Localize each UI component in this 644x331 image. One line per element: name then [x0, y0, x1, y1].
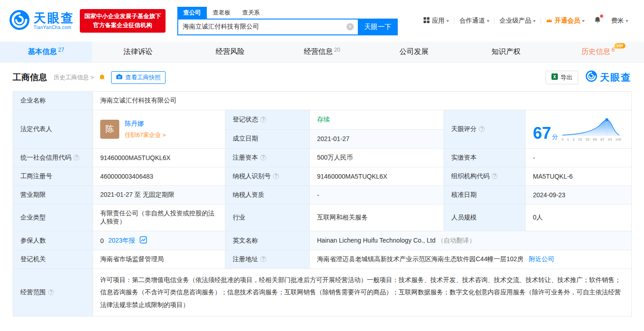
- help-icon[interactable]: ?: [492, 173, 498, 179]
- tab-business-info[interactable]: 经营信息 20: [276, 42, 368, 62]
- organization-code-value: MA5TUQKL-6: [526, 167, 632, 186]
- snapshot-button-label: 查看工商快照: [125, 73, 161, 82]
- nav-open-vip[interactable]: 开通会员 ▾: [541, 17, 590, 25]
- business-scope-value: 许可项目：第二类增值电信业务（依法须经批准的项目，经相关部门批准后方可开展经营活…: [93, 269, 632, 316]
- camera-icon: [116, 74, 122, 81]
- annual-report-link[interactable]: 2023年报: [108, 237, 135, 245]
- search-type-tabs: 查公司 查老板 查关系: [177, 7, 398, 19]
- registration-number-label: 工商注册号: [13, 167, 93, 186]
- search-button-label: 天眼一下: [364, 23, 391, 31]
- established-date-value: 2021-01-27: [310, 129, 444, 149]
- tab-intellectual-property[interactable]: 知识产权: [460, 42, 552, 62]
- nav-apps-label: 应用: [432, 17, 444, 25]
- taxpayer-quality-value: -: [310, 186, 444, 204]
- search-input[interactable]: [177, 19, 358, 35]
- tab-label: 知识产权: [492, 47, 521, 57]
- business-registration-table: 企业名称 海南立诚汇付科技有限公司 法定代表人 陈 陈丹娜 任职67家企业 > …: [13, 91, 632, 316]
- nav-partner-channel[interactable]: 合作通道 ▾: [454, 17, 494, 25]
- nearby-companies-link[interactable]: 附近公司: [529, 255, 554, 263]
- business-term-value: 2021-01-27 至 无固定期限: [93, 186, 225, 204]
- tab-count: 20: [334, 47, 340, 53]
- logo-domain: TianYanCha.com: [34, 25, 74, 30]
- search-area: 查公司 查老板 查关系 × 天眼一下: [177, 7, 398, 35]
- company-name-label: 企业名称: [13, 92, 93, 110]
- tianyan-score-label: 天眼评分?: [444, 110, 526, 149]
- search-tab-company[interactable]: 查公司: [177, 7, 207, 19]
- organization-code-label: 组织机构代码?: [444, 167, 526, 186]
- crown-icon: [546, 17, 552, 24]
- registration-status-value: 存续: [310, 110, 444, 130]
- score-axis-ticks: 0131535658793100: [561, 137, 621, 141]
- tianyancha-logo[interactable]: 天眼查 TianYanCha.com: [9, 10, 74, 32]
- section-title: 工商信息: [13, 72, 47, 83]
- staff-size-value: 0人: [526, 204, 632, 231]
- registered-address-label: 注册地址?: [225, 250, 310, 269]
- notifications-bell-icon[interactable]: [589, 16, 606, 25]
- tab-label: 公司发展: [400, 47, 429, 57]
- clear-search-icon[interactable]: ×: [346, 23, 354, 30]
- industry-label: 行业: [225, 204, 310, 231]
- vip-badge: VIP: [615, 43, 626, 49]
- help-icon[interactable]: ?: [260, 155, 266, 161]
- registration-authority-value: 海南省市场监督管理局: [93, 250, 225, 269]
- tab-legal-proceedings[interactable]: 法律诉讼: [92, 42, 184, 62]
- help-icon[interactable]: ?: [48, 289, 54, 295]
- help-icon[interactable]: ?: [73, 155, 79, 161]
- chevron-down-icon: ▾: [447, 19, 449, 23]
- tab-history-info[interactable]: 历史信息 6 VIP: [552, 42, 644, 62]
- business-term-label: 营业期限: [13, 186, 93, 204]
- help-icon[interactable]: ?: [260, 117, 266, 122]
- company-type-value: 有限责任公司（非自然人投资或控股的法人独资）: [93, 204, 225, 231]
- legal-rep-avatar[interactable]: 陈: [100, 120, 119, 139]
- monitor-bell-icon[interactable]: [98, 74, 106, 81]
- nav-user-menu[interactable]: 费米 ▾: [606, 17, 633, 25]
- nav-apps[interactable]: 应用 ▾: [419, 17, 454, 25]
- nav-vip-label: 开通会员: [555, 17, 580, 25]
- legal-rep-name-link[interactable]: 陈丹娜: [125, 120, 166, 128]
- tianyan-score-value: 67分 0131535658793100: [526, 110, 632, 149]
- auto-translate-note: （自动翻译）: [437, 237, 475, 244]
- tab-label: 法律诉讼: [123, 47, 152, 57]
- government-credential-badge: 国家中小企业发展子基金旗下 官方备案企业征信机构: [80, 9, 166, 33]
- taxpayer-id-value: 91460000MA5TUQKL6X: [310, 167, 444, 186]
- view-business-snapshot-button[interactable]: 查看工商快照: [111, 71, 166, 84]
- help-icon[interactable]: ?: [273, 173, 279, 179]
- registration-authority-label: 登记机关: [13, 250, 93, 269]
- tab-count: 27: [58, 47, 64, 53]
- chevron-down-icon: ▾: [582, 19, 585, 23]
- top-navigation: 应用 ▾ 合作通道 ▾ 企业级产品 ▾ 开通会员 ▾ 费米 ▾: [419, 16, 633, 25]
- nav-enterprise-label: 企业级产品: [499, 17, 531, 25]
- legal-rep-positions-link[interactable]: 任职67家企业 >: [125, 131, 166, 139]
- tab-operating-risk[interactable]: 经营风险: [184, 42, 276, 62]
- search-tab-boss[interactable]: 查老板: [207, 7, 236, 19]
- tianyancha-swirl-icon: [9, 10, 30, 32]
- legal-representative-value: 陈 陈丹娜 任职67家企业 >: [93, 110, 225, 149]
- top-header: 天眼查 TianYanCha.com 国家中小企业发展子基金旗下 官方备案企业征…: [0, 0, 644, 42]
- company-section-tabs: 基本信息 27 法律诉讼 经营风险 经营信息 20 公司发展 知识产权 历史信息…: [0, 42, 644, 63]
- registered-capital-label: 注册资本?: [225, 149, 310, 167]
- history-business-info-link[interactable]: 历史工商信息 >: [54, 73, 94, 82]
- nav-enterprise-products[interactable]: 企业级产品 ▾: [494, 17, 541, 25]
- help-icon[interactable]: ?: [479, 126, 485, 132]
- search-tab-relation[interactable]: 查关系: [236, 7, 266, 19]
- help-icon[interactable]: ?: [260, 256, 266, 262]
- tab-label: 经营信息: [304, 47, 333, 57]
- registration-status-label: 登记状态?: [225, 110, 310, 130]
- export-button[interactable]: 导出: [546, 71, 578, 84]
- paid-capital-label: 实缴资本: [444, 149, 526, 167]
- score-distribution-chart: 0131535658793100: [561, 117, 621, 141]
- insured-number: 0: [100, 237, 104, 244]
- tab-company-development[interactable]: 公司发展: [368, 42, 460, 62]
- excel-icon: [551, 73, 558, 81]
- tab-basic-info[interactable]: 基本信息 27: [0, 42, 92, 62]
- paid-capital-value: -: [526, 149, 632, 167]
- credit-code-value: 91460000MA5TUQKL6X: [93, 149, 225, 167]
- business-scope-label: 经营范围?: [13, 269, 93, 316]
- insured-count-label: 参保人数: [13, 231, 93, 250]
- chevron-down-icon: ▾: [487, 19, 489, 23]
- taxpayer-id-label: 纳税人识别号?: [225, 167, 310, 186]
- company-type-label: 企业类型: [13, 204, 93, 231]
- tianyancha-watermark: 天眼查: [585, 70, 631, 84]
- search-button[interactable]: 天眼一下: [358, 19, 398, 35]
- trend-chart-icon[interactable]: [140, 236, 147, 245]
